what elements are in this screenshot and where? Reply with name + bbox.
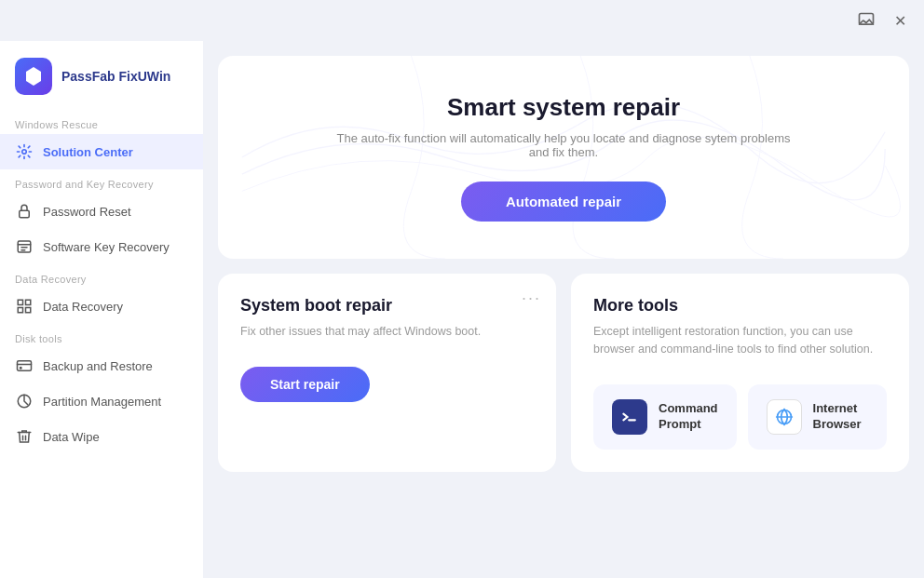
sidebar-item-backup-restore[interactable]: Backup and Restore	[0, 348, 203, 383]
sidebar-item-software-key-recovery[interactable]: Software Key Recovery	[0, 229, 203, 264]
system-boot-repair-desc: Fix other issues that may affect Windows…	[240, 323, 534, 341]
backup-restore-label: Backup and Restore	[43, 359, 153, 373]
password-reset-label: Password Reset	[43, 205, 131, 219]
card-menu-dots[interactable]: ···	[522, 289, 541, 308]
system-boot-repair-card: ··· System boot repair Fix other issues …	[218, 274, 556, 472]
command-prompt-icon	[612, 399, 647, 435]
data-recovery-label: Data Recovery	[43, 300, 123, 314]
app-container: PassFab FixUWin Windows Rescue Solution …	[0, 41, 924, 578]
svg-rect-9	[18, 300, 22, 304]
main-content: Smart system repair The auto-fix functio…	[203, 41, 924, 578]
hero-title: Smart system repair	[447, 93, 680, 122]
sidebar-item-password-reset[interactable]: Password Reset	[0, 194, 203, 229]
partition-management-label: Partition Management	[43, 395, 161, 409]
logo-icon	[15, 58, 52, 95]
command-prompt-tool[interactable]: CommandPrompt	[593, 384, 737, 450]
svg-rect-13	[18, 361, 32, 371]
sidebar-item-data-recovery[interactable]: Data Recovery	[0, 289, 203, 324]
command-prompt-label: CommandPrompt	[659, 401, 718, 433]
more-tools-desc: Except intelligent restoration function,…	[593, 323, 887, 358]
svg-point-14	[20, 368, 22, 370]
hero-card: Smart system repair The auto-fix functio…	[218, 56, 909, 259]
sidebar-item-solution-center[interactable]: Solution Center	[0, 134, 203, 169]
section-label-disk-tools: Disk tools	[0, 324, 203, 348]
sidebar-logo: PassFab FixUWin	[0, 41, 203, 110]
start-repair-button[interactable]: Start repair	[240, 367, 370, 402]
more-tools-title: More tools	[593, 296, 887, 316]
more-tools-card: More tools Except intelligent restoratio…	[571, 274, 909, 472]
data-recovery-icon	[15, 297, 34, 316]
svg-point-2	[30, 73, 37, 80]
partition-management-icon	[15, 392, 34, 410]
internet-browser-tool[interactable]: InternetBrowser	[748, 384, 887, 450]
solution-center-icon	[15, 142, 34, 161]
svg-rect-10	[26, 300, 31, 304]
internet-browser-label: InternetBrowser	[813, 401, 862, 433]
svg-point-3	[22, 150, 27, 155]
sidebar-item-data-wipe[interactable]: Data Wipe	[0, 419, 203, 454]
sidebar: PassFab FixUWin Windows Rescue Solution …	[0, 41, 203, 578]
close-button[interactable]: ✕	[887, 7, 913, 34]
data-wipe-label: Data Wipe	[43, 430, 100, 444]
section-label-windows-rescue: Windows Rescue	[0, 110, 203, 134]
tools-grid: CommandPrompt InternetBrowser	[593, 384, 887, 450]
title-bar: ✕	[0, 0, 924, 41]
sidebar-item-partition-management[interactable]: Partition Management	[0, 383, 203, 419]
backup-restore-icon	[15, 356, 34, 375]
data-wipe-icon	[15, 427, 34, 446]
internet-browser-icon	[767, 399, 802, 435]
hero-description: The auto-fix function will automatically…	[331, 131, 796, 159]
close-icon: ✕	[894, 12, 906, 30]
feedback-button[interactable]	[853, 7, 879, 34]
automated-repair-button[interactable]: Automated repair	[461, 181, 666, 222]
section-label-password: Password and Key Recovery	[0, 169, 203, 194]
svg-rect-12	[26, 308, 31, 313]
software-key-label: Software Key Recovery	[43, 240, 170, 254]
system-boot-repair-title: System boot repair	[240, 296, 534, 316]
software-key-icon	[15, 237, 34, 256]
logo-text: PassFab FixUWin	[61, 69, 170, 84]
svg-rect-4	[20, 210, 30, 218]
solution-center-label: Solution Center	[43, 145, 133, 159]
bottom-cards: ··· System boot repair Fix other issues …	[218, 274, 909, 472]
svg-rect-11	[18, 308, 22, 313]
section-label-data-recovery: Data Recovery	[0, 264, 203, 289]
password-reset-icon	[15, 202, 34, 221]
